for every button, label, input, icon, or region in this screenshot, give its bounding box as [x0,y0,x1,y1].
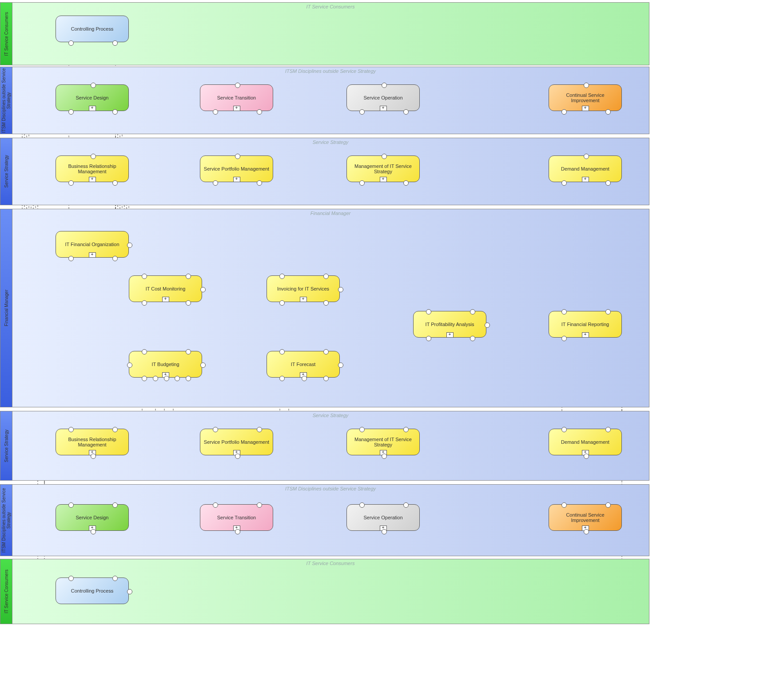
node-st2[interactable]: Service Transition+ [200,504,273,531]
node-csi1[interactable]: Continual Service Improvement+ [549,84,622,111]
port-icon [338,362,343,368]
lane-label-text: IT Service Consumers [4,569,9,613]
subprocess-icon: + [89,252,96,258]
node-label: Management of IT Service Strategy [350,163,417,174]
port-icon [561,309,567,315]
port-icon [153,376,158,381]
node-csi2[interactable]: Continual Service Improvement+ [549,504,622,531]
subprocess-icon: + [582,177,589,182]
port-icon [186,274,191,279]
lane-label: ITSM Disciplines outside Service Strateg… [0,67,12,134]
port-icon [323,349,329,354]
node-brm2[interactable]: Business Relationship Management+ [56,429,129,455]
port-icon [257,109,262,115]
node-inv[interactable]: Invoicing for IT Services+ [267,275,340,302]
port-icon [584,529,589,534]
lane-label: Service Strategy [0,138,12,205]
port-icon [605,427,611,432]
node-cm[interactable]: IT Cost Monitoring+ [129,275,202,302]
port-icon [605,309,611,315]
port-icon [257,180,262,186]
lane-label: ITSM Disciplines outside Service Strateg… [0,485,12,556]
node-sd1[interactable]: Service Design+ [56,84,129,111]
port-icon [112,576,118,581]
port-icon [68,180,74,186]
node-fc[interactable]: IT Forecast+ [267,351,340,378]
node-sd2[interactable]: Service Design+ [56,504,129,531]
lane-title: ITSM Disciplines outside Service Strateg… [12,68,649,74]
node-label: Service Design [76,95,109,100]
port-icon [279,349,285,354]
lane-label: IT Service Consumers [0,3,12,65]
node-spm1[interactable]: Service Portfolio Management+ [200,155,273,182]
node-fio[interactable]: IT Financial Organization+ [56,231,129,258]
port-icon [112,180,118,186]
port-icon [127,362,132,368]
lane-label-text: Financial Manager [4,290,9,326]
port-icon [68,40,74,46]
port-icon [359,109,365,115]
node-so1[interactable]: Service Operation+ [346,84,420,111]
lane-label-text: Service Strategy [4,430,9,462]
lane-label: IT Service Consumers [0,559,12,624]
port-icon [470,309,475,315]
lane-title: ITSM Disciplines outside Service Strateg… [12,486,649,491]
port-icon [323,300,329,306]
port-icon [403,427,409,432]
node-label: Continual Service Improvement [552,92,619,103]
port-icon [403,502,409,508]
subprocess-icon: + [582,332,589,338]
node-prof[interactable]: IT Profitability Analysis+ [413,311,486,338]
port-icon [213,180,218,186]
port-icon [68,427,74,432]
subprocess-icon: + [89,177,96,182]
port-icon [426,336,431,341]
node-label: Service Transition [217,515,256,520]
node-bud[interactable]: IT Budgeting+ [129,351,202,378]
node-label: IT Profitability Analysis [426,322,474,327]
port-icon [584,454,589,459]
port-icon [257,427,262,432]
node-dm2[interactable]: Demand Management+ [549,429,622,455]
port-icon [68,256,74,261]
node-label: IT Budgeting [151,362,179,367]
port-icon [91,83,96,88]
port-icon [359,180,365,186]
node-label: Controlling Process [71,588,113,593]
port-icon [142,300,147,306]
node-label: Service Operation [363,95,402,100]
subprocess-icon: + [162,297,169,302]
node-mits2[interactable]: Management of IT Service Strategy+ [346,429,420,455]
port-icon [302,376,307,381]
port-icon [235,454,240,459]
node-st1[interactable]: Service Transition+ [200,84,273,111]
port-icon [112,109,118,115]
port-icon [200,362,206,368]
port-icon [323,274,329,279]
lane-title: Financial Manager [12,211,649,216]
lane-label: Service Strategy [0,411,12,480]
port-icon [213,502,218,508]
node-so2[interactable]: Service Operation+ [346,504,420,531]
port-icon [561,427,567,432]
port-icon [584,154,589,159]
node-brm1[interactable]: Business Relationship Management+ [56,155,129,182]
port-icon [112,256,118,261]
port-icon [186,300,191,306]
port-icon [68,109,74,115]
node-spm2[interactable]: Service Portfolio Management+ [200,429,273,455]
node-rep[interactable]: IT Financial Reporting+ [549,311,622,338]
subprocess-icon: + [446,332,454,338]
lane-title: Service Strategy [12,139,649,145]
port-icon [112,40,118,46]
port-icon [605,502,611,508]
lane-label-text: ITSM Disciplines outside Service Strateg… [1,485,11,556]
node-label: Demand Management [561,439,609,445]
node-cp2[interactable]: Controlling Process [56,577,129,604]
node-cp1[interactable]: Controlling Process [56,16,129,42]
port-icon [142,274,147,279]
node-label: Service Portfolio Management [204,166,269,171]
node-dm1[interactable]: Demand Management+ [549,155,622,182]
node-mits1[interactable]: Management of IT Service Strategy+ [346,155,420,182]
subprocess-icon: + [380,177,387,182]
